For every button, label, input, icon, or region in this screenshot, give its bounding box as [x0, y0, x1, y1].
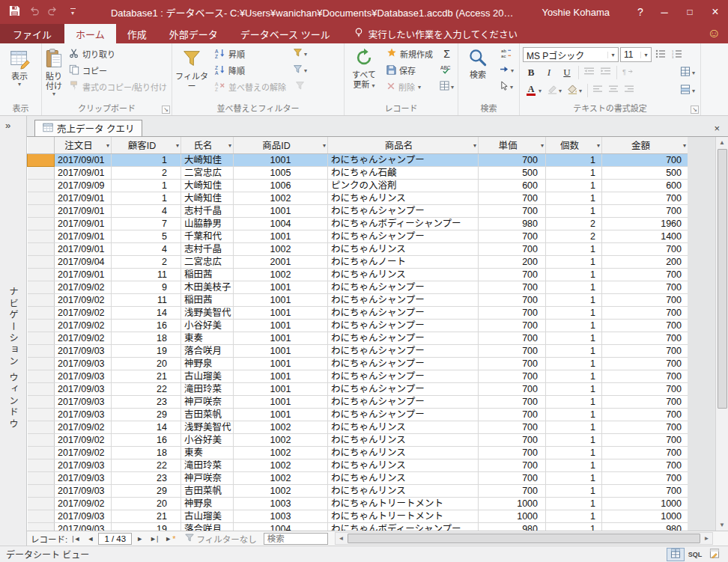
- datasheet-cell[interactable]: 22: [112, 459, 181, 471]
- row-selector[interactable]: [28, 344, 55, 357]
- qat-customize-button[interactable]: ▾: [63, 0, 82, 24]
- datasheet-cell[interactable]: 1001: [234, 281, 328, 293]
- datasheet-cell[interactable]: 1001: [234, 408, 328, 421]
- datasheet-cell[interactable]: わにちゃんリンス: [328, 242, 479, 255]
- datasheet-cell[interactable]: 2017/09/03: [55, 522, 112, 531]
- row-selector[interactable]: [28, 217, 55, 230]
- help-button[interactable]: ?: [629, 6, 652, 18]
- datasheet-cell[interactable]: 700: [602, 395, 688, 408]
- scroll-left-icon[interactable]: ◄: [336, 535, 347, 542]
- datasheet-cell[interactable]: 700: [602, 306, 688, 319]
- font-size-combo[interactable]: 11 ▾: [620, 47, 652, 62]
- align-left-button[interactable]: [591, 82, 605, 99]
- datasheet-cell[interactable]: わにちゃんシャンプー: [328, 293, 479, 306]
- column-header[interactable]: 注文日▾: [55, 137, 112, 153]
- datasheet-cell[interactable]: 700: [479, 459, 546, 471]
- datasheet-cell[interactable]: わにちゃんリンス: [328, 471, 479, 484]
- datasheet-cell[interactable]: 1001: [234, 153, 328, 166]
- datasheet-cell[interactable]: 2017/09/01: [55, 268, 112, 281]
- gridlines-button[interactable]: ▾: [678, 64, 697, 81]
- datasheet-cell[interactable]: わにちゃんリンス: [328, 192, 479, 204]
- datasheet-cell[interactable]: 700: [602, 281, 688, 293]
- datasheet-cell[interactable]: 4: [112, 204, 181, 217]
- row-selector[interactable]: [28, 255, 55, 268]
- datasheet-cell[interactable]: わにちゃんリンス: [328, 433, 479, 446]
- datasheet-cell[interactable]: 志村千晶: [181, 242, 234, 255]
- sort-descending-button[interactable]: ZA 降順: [211, 62, 289, 79]
- datasheet-cell[interactable]: 16: [112, 433, 181, 446]
- record-position-box[interactable]: 1 / 43: [98, 533, 132, 545]
- datasheet-cell[interactable]: 4: [112, 242, 181, 255]
- datasheet-cell[interactable]: 小谷好美: [181, 319, 234, 332]
- row-selector[interactable]: [28, 230, 55, 242]
- datasheet-cell[interactable]: 700: [479, 484, 546, 497]
- font-name-combo[interactable]: MS Pゴシック ▾: [523, 47, 619, 62]
- row-selector[interactable]: [28, 522, 55, 531]
- datasheet-cell[interactable]: わにちゃんシャンプー: [328, 153, 479, 166]
- filter-dropdown-icon[interactable]: ▾: [683, 141, 686, 148]
- datasheet-cell[interactable]: 980: [602, 522, 688, 531]
- datasheet-cell[interactable]: 神戸咲奈: [181, 395, 234, 408]
- datasheet-cell[interactable]: 2017/09/01: [55, 153, 112, 166]
- design-view-button[interactable]: [706, 548, 724, 561]
- datasheet-cell[interactable]: 1001: [234, 319, 328, 332]
- datasheet-cell[interactable]: 1000: [602, 497, 688, 510]
- scroll-down-icon[interactable]: ▼: [716, 519, 728, 531]
- datasheet-cell[interactable]: 2017/09/03: [55, 471, 112, 484]
- datasheet-cell[interactable]: 1: [112, 179, 181, 192]
- datasheet-cell[interactable]: 700: [602, 484, 688, 497]
- datasheet-cell[interactable]: わにちゃんリンス: [328, 484, 479, 497]
- datasheet-cell[interactable]: 700: [479, 421, 546, 433]
- select-button[interactable]: ▾: [497, 79, 516, 95]
- datasheet-cell[interactable]: 700: [479, 344, 546, 357]
- datasheet-cell[interactable]: 600: [479, 179, 546, 192]
- sort-ascending-button[interactable]: AZ 昇順: [211, 46, 289, 62]
- datasheet-cell[interactable]: 1: [546, 179, 602, 192]
- column-header[interactable]: 単価▾: [479, 137, 546, 153]
- datasheet-cell[interactable]: 1002: [234, 471, 328, 484]
- find-button[interactable]: 検索: [460, 46, 496, 80]
- datasheet-cell[interactable]: 2017/09/02: [55, 332, 112, 344]
- datasheet-cell[interactable]: 2017/09/02: [55, 421, 112, 433]
- filter-dropdown-icon[interactable]: ▾: [176, 141, 179, 148]
- goto-button[interactable]: ▾: [497, 62, 516, 79]
- maximize-button[interactable]: □: [677, 0, 703, 24]
- datasheet-cell[interactable]: 1: [546, 166, 602, 179]
- background-color-button[interactable]: ▾: [565, 82, 584, 99]
- datasheet-cell[interactable]: 23: [112, 395, 181, 408]
- delete-record-button[interactable]: 削除 ▾: [383, 79, 436, 95]
- sql-view-button[interactable]: SQL: [686, 548, 704, 561]
- bold-button[interactable]: B: [523, 64, 539, 81]
- datasheet-cell[interactable]: 1: [546, 433, 602, 446]
- datasheet-cell[interactable]: 1001: [234, 306, 328, 319]
- datasheet-cell[interactable]: 1: [546, 357, 602, 370]
- datasheet-cell[interactable]: 18: [112, 446, 181, 459]
- cut-button[interactable]: 切り取り: [66, 46, 170, 62]
- row-selector[interactable]: [28, 408, 55, 421]
- datasheet-cell[interactable]: 落合咲月: [181, 344, 234, 357]
- tab-create[interactable]: 作成: [116, 24, 158, 43]
- datasheet-cell[interactable]: 1001: [234, 293, 328, 306]
- datasheet-cell[interactable]: 1: [546, 344, 602, 357]
- datasheet-cell[interactable]: 滝田玲菜: [181, 382, 234, 395]
- datasheet-cell[interactable]: 古山瑠美: [181, 370, 234, 382]
- totals-button[interactable]: Σ: [437, 46, 456, 62]
- remove-sort-button[interactable]: AZ 並べ替えの解除: [211, 79, 289, 95]
- numbering-button[interactable]: 123: [670, 46, 685, 63]
- filter-dropdown-icon[interactable]: ▾: [473, 141, 476, 148]
- datasheet-cell[interactable]: わにちゃんリンス: [328, 421, 479, 433]
- datasheet-cell[interactable]: 2017/09/03: [55, 344, 112, 357]
- undo-button[interactable]: [24, 0, 43, 24]
- row-selector[interactable]: [28, 484, 55, 497]
- datasheet-cell[interactable]: 2017/09/01: [55, 217, 112, 230]
- datasheet-cell[interactable]: 700: [479, 395, 546, 408]
- datasheet-cell[interactable]: 1: [546, 497, 602, 510]
- filter-dropdown-icon[interactable]: ▾: [106, 141, 109, 148]
- datasheet-cell[interactable]: 2017/09/03: [55, 510, 112, 522]
- datasheet-cell[interactable]: 1003: [234, 497, 328, 510]
- datasheet-cell[interactable]: 1001: [234, 344, 328, 357]
- row-selector[interactable]: [28, 421, 55, 433]
- datasheet-cell[interactable]: 大崎知佳: [181, 153, 234, 166]
- italic-button[interactable]: I: [541, 64, 557, 81]
- row-selector[interactable]: [28, 166, 55, 179]
